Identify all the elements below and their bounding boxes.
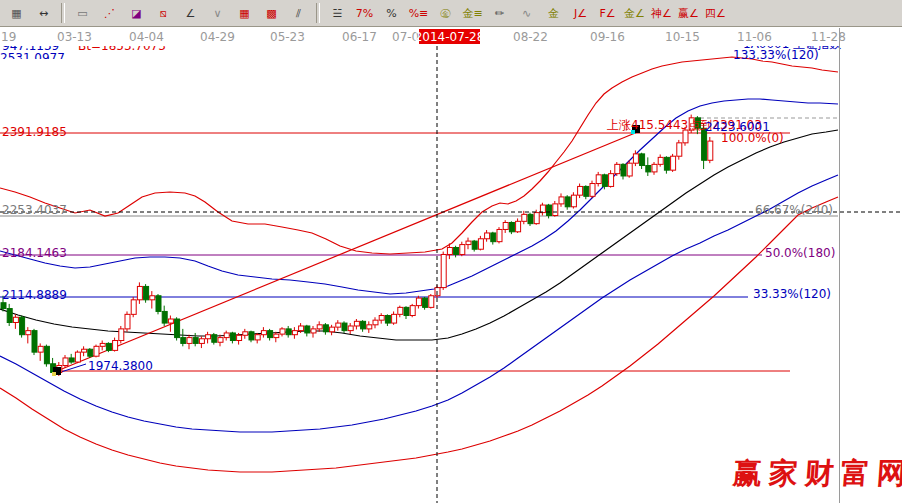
candle-body	[187, 338, 192, 344]
candle-body	[299, 326, 304, 331]
toolbar-separator	[316, 3, 320, 23]
candle-body	[286, 329, 291, 335]
shen-angle-icon[interactable]: 神∠	[649, 1, 674, 25]
percent-lines-icon[interactable]: %≡	[406, 1, 431, 25]
date-tick-label: 03-13	[57, 30, 92, 44]
date-axis: 1903-1304-0404-2905-2306-1707-0908-2209-…	[0, 28, 902, 46]
pct-133-label: 133.33%(120)	[733, 49, 819, 62]
candle-body	[540, 205, 545, 213]
gold-section-icon[interactable]: 金≡	[460, 1, 485, 25]
toolbar-separator	[61, 3, 65, 23]
level-1974-label: 1974.3800	[88, 360, 153, 373]
candle-body	[237, 335, 242, 340]
candle-body	[323, 325, 328, 332]
candle-body	[578, 186, 583, 195]
width-span-icon[interactable]: ↔	[31, 1, 56, 25]
zigzag-icon[interactable]: ∨	[205, 1, 230, 25]
candle-body	[392, 314, 397, 323]
date-tick-label: 05-23	[270, 30, 305, 44]
level-2184-label: 2184.1463	[2, 247, 67, 260]
level-2253-label: 2253.4037	[2, 204, 67, 217]
candle-body	[633, 154, 638, 163]
candle-body	[317, 325, 322, 329]
candle-body	[1, 303, 6, 309]
candle-body	[410, 306, 415, 316]
angle-line-icon[interactable]: ∠	[178, 1, 203, 25]
candle-body	[708, 141, 713, 160]
grid-tool-icon[interactable]: ▦	[232, 1, 257, 25]
pct-66-label: 66.67%(240)	[755, 204, 833, 217]
pct-50-label: 50.0%(180)	[765, 247, 835, 260]
si-angle-icon[interactable]: 四∠	[703, 1, 728, 25]
candle-body	[602, 175, 607, 187]
wave-ruler-icon[interactable]: ∿	[514, 1, 539, 25]
middle-ma-black	[0, 130, 838, 340]
date-tick-label: 19	[1, 30, 16, 44]
candle-body	[311, 329, 316, 333]
chart-area[interactable]: 947.1139Bt=1853.70732531.09771A0001 上证指数…	[0, 46, 902, 503]
candle-body	[652, 164, 657, 172]
date-tick-label: 11-28	[811, 30, 846, 44]
candle-body	[379, 316, 384, 321]
candle-body	[590, 184, 595, 197]
candle-body	[472, 241, 477, 249]
candle-body	[119, 329, 124, 341]
watermark: 赢家财富网	[732, 454, 902, 494]
candle-body	[646, 166, 651, 172]
candle-body	[460, 245, 465, 255]
candle-body	[640, 154, 645, 166]
candle-body	[274, 334, 279, 337]
candle-body	[261, 331, 266, 335]
candle-body	[441, 254, 446, 287]
percent-icon[interactable]: %	[379, 1, 404, 25]
header-clipped-value: 2531.0977	[0, 52, 90, 59]
drawing-toolbar: ▦↔▭⋰◪⧅∠∨▦▩⫽☱7%%%≡㊎金≡✏∿金J∠F∠金∠神∠赢∠四∠	[0, 0, 902, 27]
candle-body	[354, 321, 359, 326]
parallel-lines-icon[interactable]: ⫽	[286, 1, 311, 25]
candle-body	[342, 323, 347, 331]
stats-list-icon[interactable]: ☱	[325, 1, 350, 25]
chart-right-border	[839, 28, 840, 503]
date-tick-label: 04-04	[129, 30, 164, 44]
candle-body	[348, 326, 353, 331]
candle-body	[336, 323, 341, 327]
candle-body	[491, 233, 496, 242]
candle-body	[13, 317, 18, 322]
candle-body	[175, 319, 180, 338]
gann-j-angle-icon[interactable]: J∠	[568, 1, 593, 25]
gold-circle-icon[interactable]: ㊎	[433, 1, 458, 25]
candle-body	[26, 331, 31, 335]
ying-angle-icon[interactable]: 赢∠	[676, 1, 701, 25]
date-tick-label: 08-22	[513, 30, 548, 44]
candle-body	[571, 195, 576, 207]
measure-ruler-icon[interactable]: ▦	[4, 1, 29, 25]
candle-body	[181, 338, 186, 344]
gann-fan-icon[interactable]: ◪	[124, 1, 149, 25]
candle-body	[547, 205, 552, 215]
date-tick-label: 11-06	[737, 30, 772, 44]
header-clipped-value-clip: 2531.0977	[0, 52, 90, 59]
gold-angle-icon[interactable]: 金∠	[622, 1, 647, 25]
candle-body	[224, 333, 229, 338]
fan-lines-icon[interactable]: ⋰	[97, 1, 122, 25]
candle-body	[230, 333, 235, 341]
gann-f-angle-icon[interactable]: F∠	[595, 1, 620, 25]
brush-icon[interactable]: ✏	[487, 1, 512, 25]
candle-body	[20, 317, 25, 334]
kline-plot[interactable]	[0, 46, 902, 503]
percent-retrace-icon[interactable]: 7%	[352, 1, 377, 25]
rect-tool-icon[interactable]: ▭	[70, 1, 95, 25]
candle-body	[32, 331, 37, 353]
candle-body	[553, 204, 558, 216]
candle-body	[44, 346, 49, 363]
candle-body	[677, 143, 682, 156]
candle-body	[509, 222, 514, 231]
candle-body	[38, 346, 43, 352]
candle-body	[385, 316, 390, 324]
grid-arrow-icon[interactable]: ▩	[259, 1, 284, 25]
gold-line-icon[interactable]: 金	[541, 1, 566, 25]
pct-100-label: 100.0%(0)	[721, 132, 784, 145]
candle-body	[144, 286, 149, 299]
pct-33-label: 33.33%(120)	[753, 288, 831, 301]
gann-box-icon[interactable]: ⧅	[151, 1, 176, 25]
